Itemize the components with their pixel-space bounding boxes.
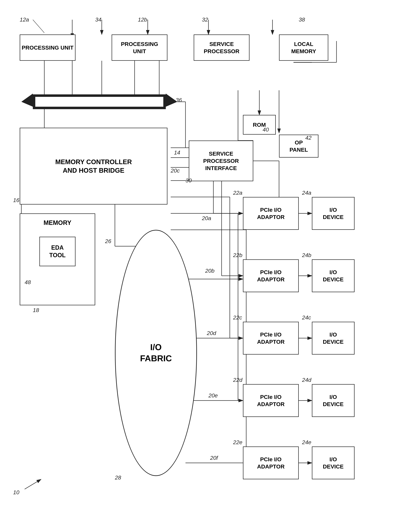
- ref-30: 30: [185, 177, 192, 184]
- pcie-adaptor-d: PCIe I/OADAPTOR: [243, 384, 299, 417]
- ref-22a: 22a: [233, 190, 242, 196]
- ref-42: 42: [305, 135, 312, 141]
- ref-20a: 20a: [202, 215, 211, 222]
- ref-24d: 24d: [302, 377, 311, 383]
- ref-12b: 12b: [138, 16, 147, 23]
- eda-tool: EDATOOL: [39, 237, 76, 266]
- ref-28: 28: [115, 474, 121, 481]
- processing-unit-b: PROCESSINGUNIT: [112, 34, 167, 61]
- ref-26: 26: [105, 238, 111, 244]
- ref-24e: 24e: [302, 439, 311, 445]
- ref-32: 32: [202, 16, 208, 23]
- ref-22e: 22e: [233, 439, 242, 445]
- io-device-e: I/ODEVICE: [312, 446, 355, 479]
- processing-unit-a: PROCESSING UNIT: [20, 34, 76, 61]
- io-device-b: I/ODEVICE: [312, 259, 355, 292]
- ref-34: 34: [95, 16, 102, 23]
- io-fabric-ellipse: I/OFABRIC: [115, 230, 197, 476]
- memory-label: MEMORY: [44, 219, 71, 227]
- service-processor: SERVICEPROCESSOR: [194, 34, 249, 61]
- ref-24b: 24b: [302, 252, 311, 258]
- ref-20e: 20e: [209, 392, 218, 399]
- pcie-adaptor-e: PCIe I/OADAPTOR: [243, 446, 299, 479]
- ref-16: 16: [13, 197, 19, 203]
- ref-22d: 22d: [233, 377, 242, 383]
- ref-10: 10: [13, 489, 19, 495]
- service-processor-interface: SERVICEPROCESSORINTERFACE: [189, 140, 253, 181]
- diagram: PROCESSING UNIT PROCESSINGUNIT SERVICEPR…: [0, 0, 401, 532]
- ref-24c: 24c: [302, 314, 311, 321]
- ref-20c: 20c: [171, 167, 180, 174]
- io-device-d: I/ODEVICE: [312, 384, 355, 417]
- ref-12a: 12a: [20, 16, 29, 23]
- svg-rect-12: [35, 97, 163, 107]
- memory: MEMORY EDATOOL: [20, 213, 95, 305]
- ref-38: 38: [299, 16, 305, 23]
- rom: ROM: [243, 115, 276, 135]
- io-device-a: I/ODEVICE: [312, 197, 355, 230]
- pcie-adaptor-a: PCIe I/OADAPTOR: [243, 197, 299, 230]
- ref-24a: 24a: [302, 190, 311, 196]
- pcie-adaptor-b: PCIe I/OADAPTOR: [243, 259, 299, 292]
- ref-20f: 20f: [210, 455, 218, 461]
- ref-18: 18: [33, 307, 39, 313]
- ref-48: 48: [25, 279, 31, 285]
- ref-14: 14: [174, 149, 180, 156]
- ref-22b: 22b: [233, 252, 242, 258]
- io-device-c: I/ODEVICE: [312, 322, 355, 355]
- io-fabric-label: I/OFABRIC: [140, 342, 172, 364]
- ref-40: 40: [263, 127, 269, 133]
- ref-20d: 20d: [207, 330, 216, 336]
- svg-marker-9: [21, 94, 33, 107]
- svg-line-64: [25, 479, 41, 489]
- memory-controller: MEMORY CONTROLLERAND HOST BRIDGE: [20, 128, 167, 204]
- op-panel: OPPANEL: [279, 135, 318, 158]
- pcie-adaptor-c: PCIe I/OADAPTOR: [243, 322, 299, 355]
- svg-rect-11: [33, 94, 166, 109]
- ref-36: 36: [176, 97, 182, 103]
- svg-line-4: [33, 20, 44, 33]
- local-memory: LOCALMEMORY: [279, 34, 328, 61]
- ref-20b: 20b: [205, 267, 215, 274]
- ref-10-arrow: [16, 476, 49, 493]
- ref-22c: 22c: [233, 314, 242, 321]
